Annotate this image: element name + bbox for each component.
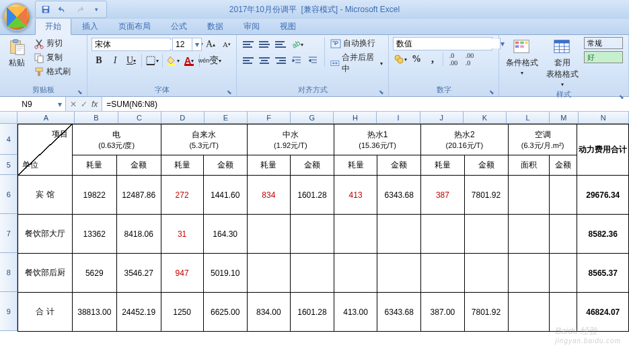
tab-公式[interactable]: 公式 (161, 18, 196, 34)
font-size-combo[interactable]: ▾ (172, 38, 202, 51)
align-top-button[interactable] (241, 38, 256, 50)
data-cell[interactable] (550, 254, 577, 293)
data-cell[interactable] (247, 254, 290, 293)
formula-input[interactable] (106, 100, 625, 109)
row-header-8[interactable]: 8 (0, 253, 17, 292)
data-cell[interactable]: 46824.07 (577, 293, 629, 332)
data-cell[interactable] (508, 254, 550, 293)
col-header-N[interactable]: N (579, 112, 629, 124)
underline-button[interactable]: U▾ (124, 53, 139, 68)
data-cell[interactable]: 164.30 (203, 215, 247, 254)
row-label[interactable]: 餐饮部大厅 (18, 215, 72, 254)
data-cell[interactable]: 387.00 (421, 293, 464, 332)
row-label[interactable]: 合 计 (18, 293, 72, 332)
data-cell[interactable]: 3546.27 (116, 254, 161, 293)
data-cell[interactable] (464, 215, 508, 254)
italic-button[interactable]: I (108, 53, 122, 68)
col-header-D[interactable]: D (161, 112, 205, 124)
office-button[interactable] (3, 3, 31, 31)
col-header-M[interactable]: M (550, 112, 578, 124)
data-cell[interactable]: 947 (161, 254, 203, 293)
increase-decimal-button[interactable]: .0.00 (446, 52, 461, 67)
row-header-5[interactable]: 5 (0, 155, 17, 175)
data-cell[interactable]: 5629 (72, 254, 116, 293)
data-cell[interactable] (247, 215, 290, 254)
shrink-font-button[interactable]: A▾ (219, 37, 234, 52)
number-format-combo[interactable]: ▾ (393, 37, 492, 50)
col-header-H[interactable]: H (334, 112, 377, 124)
data-cell[interactable]: 1601.28 (290, 176, 334, 215)
align-left-button[interactable] (241, 54, 256, 67)
align-center-button[interactable] (257, 54, 272, 67)
merge-center-button[interactable]: 合并后居中▾ (329, 51, 384, 75)
data-cell[interactable]: 12487.86 (116, 176, 161, 215)
format-painter-button[interactable]: 格式刷 (32, 65, 72, 78)
data-cell[interactable]: 8418.06 (116, 215, 161, 254)
data-cell[interactable] (464, 254, 508, 293)
col-header-J[interactable]: J (420, 112, 464, 124)
row-label[interactable]: 餐饮部后厨 (18, 254, 72, 293)
data-cell[interactable] (377, 254, 421, 293)
decrease-indent-button[interactable] (289, 53, 304, 68)
fill-color-button[interactable]: ▾ (165, 53, 180, 68)
format-as-table-button[interactable]: 套用 表格格式▾ (544, 37, 581, 89)
data-cell[interactable]: 5019.10 (203, 254, 247, 293)
cell-style-good[interactable]: 好 (584, 51, 623, 63)
cell-style-normal[interactable]: 常规 (584, 37, 623, 49)
align-middle-button[interactable] (257, 38, 272, 50)
col-header-I[interactable]: I (377, 112, 420, 124)
accounting-format-button[interactable]: ▾ (393, 52, 408, 67)
border-button[interactable]: ▾ (145, 53, 159, 68)
data-cell[interactable] (421, 254, 464, 293)
data-cell[interactable]: 19822 (72, 176, 116, 215)
paste-button[interactable]: 粘贴 (4, 37, 30, 70)
data-cell[interactable]: 834 (247, 176, 290, 215)
align-right-button[interactable] (273, 54, 288, 67)
data-cell[interactable]: 1250 (161, 293, 203, 332)
redo-icon[interactable] (72, 2, 87, 17)
decrease-decimal-button[interactable]: .00.0 (462, 52, 477, 67)
tab-视图[interactable]: 视图 (270, 18, 305, 34)
comma-button[interactable]: , (425, 52, 440, 67)
data-cell[interactable] (290, 254, 334, 293)
col-header-B[interactable]: B (75, 112, 118, 124)
data-cell[interactable]: 7801.92 (464, 176, 508, 215)
data-cell[interactable] (550, 215, 577, 254)
data-cell[interactable] (508, 176, 550, 215)
data-cell[interactable] (508, 215, 550, 254)
col-header-E[interactable]: E (205, 112, 248, 124)
data-cell[interactable]: 24452.19 (116, 293, 161, 332)
data-cell[interactable]: 272 (161, 176, 203, 215)
tab-开始[interactable]: 开始 (35, 17, 71, 35)
row-label[interactable]: 宾 馆 (18, 176, 72, 215)
col-header-L[interactable]: L (507, 112, 550, 124)
orientation-button[interactable]: ab▾ (289, 37, 304, 52)
row-header-7[interactable]: 7 (0, 214, 17, 253)
data-cell[interactable]: 38813.00 (72, 293, 116, 332)
cancel-formula-icon[interactable]: ✕ (70, 100, 77, 109)
data-cell[interactable]: 413 (334, 176, 377, 215)
undo-icon[interactable] (55, 2, 70, 17)
percent-button[interactable]: % (409, 52, 424, 67)
align-bottom-button[interactable] (273, 38, 288, 50)
sheet-area[interactable]: ABCDEFGHIJKLMN 456789 项目单位电(0.63元/度)自来水(… (0, 112, 629, 363)
col-header-G[interactable]: G (291, 112, 334, 124)
data-cell[interactable]: 413.00 (334, 293, 377, 332)
font-name-combo[interactable]: ▾ (91, 38, 171, 51)
qat-customize-icon[interactable]: ▾ (89, 2, 104, 17)
cut-button[interactable]: 剪切 (32, 37, 72, 50)
data-cell[interactable]: 7801.92 (464, 293, 508, 332)
col-header-F[interactable]: F (248, 112, 291, 124)
name-box[interactable]: ▾ (0, 97, 66, 111)
data-cell[interactable] (550, 293, 577, 332)
enter-formula-icon[interactable]: ✓ (81, 100, 87, 109)
data-cell[interactable] (421, 215, 464, 254)
data-cell[interactable]: 6625.00 (203, 293, 247, 332)
data-cell[interactable]: 387 (421, 176, 464, 215)
data-cell[interactable]: 1601.28 (290, 293, 334, 332)
font-color-button[interactable]: A▾ (182, 53, 196, 68)
data-cell[interactable] (377, 215, 421, 254)
data-cell[interactable] (334, 215, 377, 254)
data-cell[interactable]: 6343.68 (377, 176, 421, 215)
row-header-9[interactable]: 9 (0, 292, 17, 331)
